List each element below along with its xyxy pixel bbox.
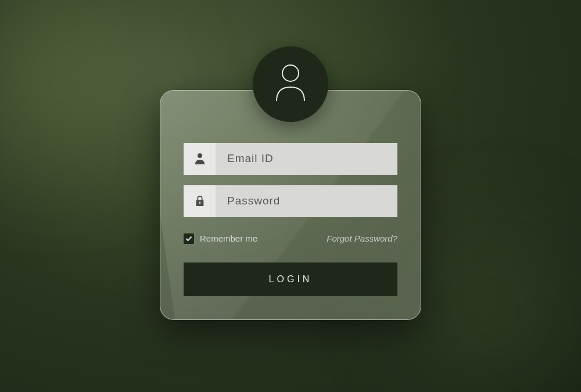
email-field[interactable] bbox=[216, 143, 397, 175]
remember-me-label: Remember me bbox=[200, 233, 257, 243]
check-icon bbox=[185, 233, 192, 244]
password-input-group bbox=[184, 185, 397, 217]
svg-point-1 bbox=[198, 153, 202, 158]
checkbox-box bbox=[184, 233, 194, 244]
forgot-password-link[interactable]: Forgot Password? bbox=[327, 233, 397, 243]
remember-me-checkbox[interactable]: Remember me bbox=[184, 233, 257, 244]
svg-point-0 bbox=[282, 65, 299, 81]
lock-icon bbox=[184, 185, 216, 217]
person-icon bbox=[184, 143, 216, 175]
user-icon bbox=[273, 63, 308, 106]
avatar-badge bbox=[253, 46, 328, 122]
email-input-group bbox=[184, 143, 397, 175]
login-form-panel: Remember me Forgot Password? LOGIN bbox=[160, 90, 421, 320]
login-card: Remember me Forgot Password? LOGIN bbox=[160, 90, 421, 320]
svg-rect-4 bbox=[199, 203, 200, 204]
options-row: Remember me Forgot Password? bbox=[184, 233, 397, 244]
password-field[interactable] bbox=[216, 185, 397, 217]
login-button[interactable]: LOGIN bbox=[184, 262, 397, 296]
